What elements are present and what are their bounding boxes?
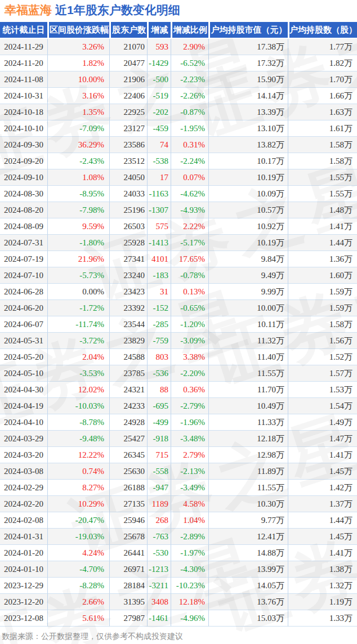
- table-cell-mv: 14.14万: [208, 88, 288, 104]
- table-cell-ratio: -1.95%: [171, 120, 208, 137]
- table-cell-shares: 1.60万: [288, 267, 357, 284]
- table-row: 2024-08-30-8.95%24033-1163-4.62%10.09万1.…: [0, 186, 357, 202]
- table-cell-date: 2024-01-31: [0, 529, 47, 545]
- table-row: 2023-12-29-8.28%28184-3211-10.23%14.05万1…: [0, 578, 357, 594]
- table-cell-holders: 23785: [109, 365, 147, 382]
- table-cell-pct: 8.27%: [47, 480, 109, 496]
- table-cell-date: 2024-08-30: [0, 186, 47, 202]
- table-cell-mv: 11.55万: [208, 480, 288, 496]
- table-cell-pct: 10.00%: [47, 71, 109, 88]
- table-cell-mv: 14.05万: [208, 578, 288, 594]
- table-cell-ratio: -3.49%: [171, 480, 208, 496]
- table-cell-date: 2024-05-10: [0, 365, 47, 382]
- table-cell-shares: 1.56万: [288, 333, 357, 349]
- table-cell-date: 2024-05-20: [0, 349, 47, 365]
- table-cell-pct: 12.02%: [47, 382, 109, 398]
- table-cell-holders: 25946: [109, 512, 147, 529]
- table-cell-shares: 1.70万: [288, 71, 357, 88]
- table-cell-mv: 9.84万: [208, 251, 288, 267]
- table-cell-chg: -1461: [147, 610, 171, 627]
- table-cell-ratio: 0.07%: [171, 169, 208, 186]
- table-cell-mv: 12.18万: [208, 431, 288, 447]
- table-cell-ratio: 2.22%: [171, 218, 208, 235]
- table-row: 2024-04-3012.02%24321880.36%11.70万1.53万: [0, 382, 357, 398]
- table-cell-chg: -1213: [147, 561, 171, 578]
- table-cell-date: 2024-02-20: [0, 496, 47, 512]
- table-cell-date: 2024-05-31: [0, 333, 47, 349]
- table-cell-mv: 13.99万: [208, 561, 288, 578]
- table-row: 2024-07-1921.96%27341410117.65%9.84万1.36…: [0, 251, 357, 267]
- table-cell-shares: 1.58万: [288, 316, 357, 333]
- table-cell-shares: 1.33万: [288, 610, 357, 627]
- table-cell-date: 2024-10-31: [0, 88, 47, 104]
- table-row: 2024-05-10-3.53%23785-536-2.20%11.55万1.5…: [0, 365, 357, 382]
- table-cell-mv: 10.30万: [208, 496, 288, 512]
- table-cell-holders: 25427: [109, 431, 147, 447]
- table-cell-chg: -536: [147, 365, 171, 382]
- table-cell-pct: 10.29%: [47, 496, 109, 512]
- table-cell-shares: 1.45万: [288, 463, 357, 480]
- table-cell-shares: 1.55万: [288, 169, 357, 186]
- table-cell-mv: 10.00万: [208, 300, 288, 316]
- table-cell-shares: 1.48万: [288, 202, 357, 218]
- table-cell-shares: 1.49万: [288, 414, 357, 431]
- table-row: 2024-01-204.24%26441-530-1.97%14.88万1.41…: [0, 545, 357, 561]
- table-cell-pct: -4.70%: [47, 561, 109, 578]
- table-cell-date: 2024-01-20: [0, 545, 47, 561]
- table-cell-mv: 10.17万: [208, 153, 288, 169]
- table-row: 2024-08-20-7.98%25196-1307-4.93%10.57万1.…: [0, 202, 357, 218]
- table-cell-date: 2024-03-08: [0, 463, 47, 480]
- table-cell-date: 2024-03-20: [0, 447, 47, 463]
- table-cell-pct: 1.35%: [47, 104, 109, 120]
- table-cell-mv: 12.98万: [208, 447, 288, 463]
- table-row: 2024-09-101.08%24050170.07%10.19万1.55万: [0, 169, 357, 186]
- stock-name: 幸福蓝海: [5, 3, 52, 16]
- table-cell-mv: 13.76万: [208, 594, 288, 610]
- table-cell-date: 2024-02-29: [0, 480, 47, 496]
- table-cell-date: 2024-09-20: [0, 153, 47, 169]
- table-cell-shares: 1.38万: [288, 561, 357, 578]
- table-cell-pct: 1.08%: [47, 169, 109, 186]
- table-cell-pct: -8.78%: [47, 414, 109, 431]
- table-cell-holders: 24588: [109, 349, 147, 365]
- table-cell-holders: 26971: [109, 561, 147, 578]
- table-cell-holders: 23240: [109, 267, 147, 284]
- table-cell-chg: 88: [147, 382, 171, 398]
- table-row: 2023-12-202.66%31395340812.18%13.76万1.19…: [0, 594, 357, 610]
- table-cell-chg: -500: [147, 71, 171, 88]
- table-body: 2024-11-293.26%210705932.90%17.38万1.77万2…: [0, 39, 357, 627]
- table-cell-pct: 21.96%: [47, 251, 109, 267]
- table-cell-chg: 1189: [147, 496, 171, 512]
- table-cell-shares: 1.44万: [288, 235, 357, 251]
- table-cell-chg: -530: [147, 545, 171, 561]
- table-cell-pct: -7.98%: [47, 202, 109, 218]
- table-row: 2024-03-2012.22%263457152.79%12.98万1.41万: [0, 447, 357, 463]
- table-cell-date: 2024-02-08: [0, 512, 47, 529]
- table-row: 2024-05-31-3.72%23829-759-3.09%11.32万1.5…: [0, 333, 357, 349]
- table-cell-mv: 14.88万: [208, 545, 288, 561]
- table-row: 2024-01-31-19.03%25678-763-2.89%12.41万1.…: [0, 529, 357, 545]
- table-row: 2024-04-10-8.78%24928-499-1.96%11.33万1.4…: [0, 414, 357, 431]
- holders-table: 统计截止日 区间股价涨跌幅 股东户数 增减 增减比例 户均持股市值（元） 户均持…: [0, 22, 357, 627]
- table-cell-ratio: -4.62%: [171, 186, 208, 202]
- table-cell-mv: 11.55万: [208, 365, 288, 382]
- table-cell-pct: 2.66%: [47, 594, 109, 610]
- table-cell-mv: 10.19万: [208, 235, 288, 251]
- table-cell-holders: 25630: [109, 463, 147, 480]
- table-cell-shares: 1.52万: [288, 349, 357, 365]
- table-row: 2024-03-080.74%25630-558-2.13%11.89万1.45…: [0, 463, 357, 480]
- table-cell-pct: 0.74%: [47, 463, 109, 480]
- table-cell-ratio: 0.36%: [171, 382, 208, 398]
- table-cell-mv: 11.32万: [208, 333, 288, 349]
- table-cell-chg: -285: [147, 316, 171, 333]
- table-cell-pct: -3.72%: [47, 333, 109, 349]
- table-cell-mv: 11.40万: [208, 349, 288, 365]
- table-cell-chg: 268: [147, 512, 171, 529]
- table-cell-holders: 26188: [109, 480, 147, 496]
- table-cell-date: 2024-08-20: [0, 202, 47, 218]
- table-cell-date: 2024-01-10: [0, 561, 47, 578]
- table-cell-holders: 21070: [109, 39, 147, 55]
- table-cell-ratio: -5.17%: [171, 235, 208, 251]
- table-cell-pct: -19.03%: [47, 529, 109, 545]
- table-cell-chg: 803: [147, 349, 171, 365]
